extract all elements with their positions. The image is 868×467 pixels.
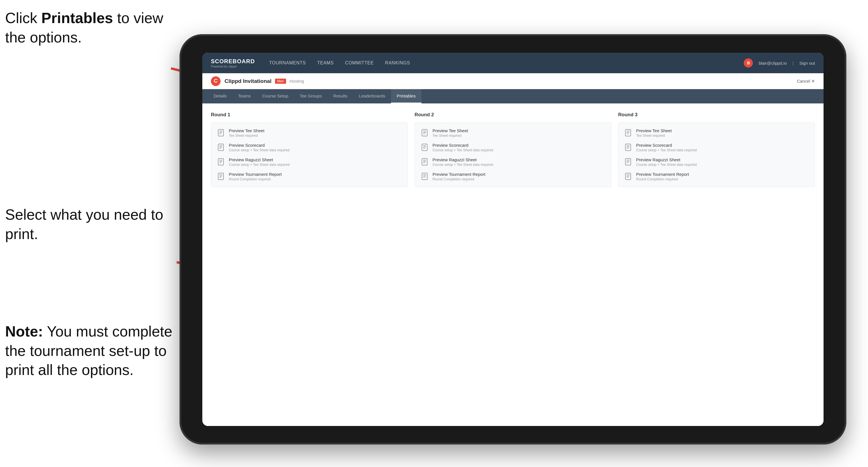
round-2-scorecard-sub: Course setup + Tee Sheet data required — [433, 148, 493, 152]
r3-raguzzi-icon — [624, 158, 632, 166]
svg-rect-17 — [422, 129, 427, 136]
svg-rect-1 — [218, 129, 224, 136]
svg-rect-25 — [422, 158, 427, 165]
round-2-card: Preview Tee Sheet Tee Sheet required — [414, 122, 612, 187]
round-2-report-title: Preview Tournament Report — [433, 172, 486, 177]
round-3-section: Round 3 Preview Tee Sheet Tee — [618, 112, 815, 187]
annotation-top: Click Printables to view the options. — [5, 8, 170, 47]
nav-teams[interactable]: TEAMS — [317, 59, 334, 67]
r2-raguzzi-icon — [421, 158, 429, 166]
tab-leaderboards[interactable]: Leaderboards — [353, 89, 391, 103]
round-2-tee-sheet[interactable]: Preview Tee Sheet Tee Sheet required — [421, 128, 606, 137]
tablet-screen: SCOREBOARD Powered by clippd TOURNAMENTS… — [202, 53, 824, 426]
round-3-card: Preview Tee Sheet Tee Sheet required — [618, 122, 815, 187]
round-1-scorecard-title: Preview Scorecard — [229, 143, 289, 148]
round-3-raguzzi-title: Preview Raguzzi Sheet — [636, 157, 697, 162]
svg-rect-5 — [218, 144, 224, 150]
tee-sheet-icon — [217, 129, 225, 137]
round-1-report-sub: Round Completion required — [229, 177, 282, 181]
svg-rect-29 — [422, 173, 427, 180]
round-2-scorecard-title: Preview Scorecard — [433, 143, 493, 148]
r3-scorecard-icon — [624, 143, 632, 151]
round-3-tee-sheet-sub: Tee Sheet required — [636, 134, 672, 137]
round-2-tee-sheet-sub: Tee Sheet required — [433, 134, 468, 137]
sub-header: C Clippd Invitational Men Hosting Cancel… — [202, 73, 824, 89]
round-3-report[interactable]: Preview Tournament Report Round Completi… — [624, 172, 809, 181]
round-2-raguzzi-sub: Course setup + Tee Sheet data required — [433, 163, 493, 167]
round-2-report-sub: Round Completion required — [433, 177, 486, 181]
tournament-status: Hosting — [289, 79, 304, 84]
nav-separator: | — [793, 61, 794, 65]
round-3-raguzzi-sub: Course setup + Tee Sheet data required — [636, 163, 697, 167]
tab-tee-groups[interactable]: Tee Groups — [294, 89, 328, 103]
tab-course-setup[interactable]: Course Setup — [256, 89, 294, 103]
round-3-tee-sheet-title: Preview Tee Sheet — [636, 128, 672, 133]
r2-tee-sheet-icon — [421, 129, 429, 137]
round-3-scorecard-title: Preview Scorecard — [636, 143, 697, 148]
round-3-tee-sheet[interactable]: Preview Tee Sheet Tee Sheet required — [624, 128, 809, 137]
r2-report-icon — [421, 173, 429, 180]
round-2-tee-sheet-title: Preview Tee Sheet — [433, 128, 468, 133]
logo-title: SCOREBOARD — [211, 58, 255, 65]
scoreboard-logo: SCOREBOARD Powered by clippd — [211, 58, 255, 68]
annotation-bot: Note: You must complete the tournament s… — [5, 322, 187, 380]
round-2-raguzzi-title: Preview Raguzzi Sheet — [433, 157, 493, 162]
tab-teams[interactable]: Teams — [232, 89, 256, 103]
rounds-grid: Round 1 Preview Tee Sheet Tee — [211, 112, 815, 187]
tournament-badge: Men — [275, 79, 286, 84]
round-1-raguzzi[interactable]: Preview Raguzzi Sheet Course setup + Tee… — [217, 157, 402, 167]
round-3-report-title: Preview Tournament Report — [636, 172, 689, 177]
round-1-tee-sheet-sub: Tee Sheet required — [229, 134, 265, 137]
round-3-raguzzi[interactable]: Preview Raguzzi Sheet Course setup + Tee… — [624, 157, 809, 167]
raguzzi-icon — [217, 158, 225, 166]
svg-rect-37 — [625, 144, 631, 150]
annotation-bold-printables: Printables — [41, 10, 113, 26]
svg-rect-33 — [625, 129, 631, 136]
round-2-scorecard[interactable]: Preview Scorecard Course setup + Tee She… — [421, 143, 606, 152]
svg-rect-13 — [218, 173, 224, 180]
round-1-report[interactable]: Preview Tournament Report Round Completi… — [217, 172, 402, 181]
round-2-title: Round 2 — [414, 112, 612, 118]
r3-tee-sheet-icon — [624, 129, 632, 137]
nav-committee[interactable]: COMMITTEE — [345, 59, 374, 67]
round-3-scorecard-sub: Course setup + Tee Sheet data required — [636, 148, 697, 152]
top-nav: SCOREBOARD Powered by clippd TOURNAMENTS… — [202, 53, 824, 73]
round-2-report[interactable]: Preview Tournament Report Round Completi… — [421, 172, 606, 181]
round-1-scorecard[interactable]: Preview Scorecard Course setup + Tee She… — [217, 143, 402, 152]
tournament-name: Clippd Invitational — [224, 78, 272, 84]
round-3-scorecard[interactable]: Preview Scorecard Course setup + Tee She… — [624, 143, 809, 152]
tab-details[interactable]: Details — [208, 89, 232, 103]
round-1-section: Round 1 Preview Tee Sheet Tee — [211, 112, 408, 187]
cancel-button[interactable]: Cancel ✕ — [797, 79, 815, 84]
logo-sub: Powered by clippd — [211, 65, 255, 68]
annotation-mid: Select what you need to print. — [5, 205, 170, 244]
round-1-card: Preview Tee Sheet Tee Sheet required — [211, 122, 408, 187]
round-1-raguzzi-sub: Course setup + Tee Sheet data required — [229, 163, 289, 167]
tab-printables[interactable]: Printables — [391, 89, 422, 103]
round-1-tee-sheet[interactable]: Preview Tee Sheet Tee Sheet required — [217, 128, 402, 137]
nav-tournaments[interactable]: TOURNAMENTS — [269, 59, 306, 67]
main-content: Round 1 Preview Tee Sheet Tee — [202, 103, 824, 426]
tournament-logo: C — [211, 76, 221, 86]
round-2-raguzzi[interactable]: Preview Raguzzi Sheet Course setup + Tee… — [421, 157, 606, 167]
round-1-report-title: Preview Tournament Report — [229, 172, 282, 177]
svg-rect-21 — [422, 144, 427, 150]
round-2-section: Round 2 Preview Tee Sheet Tee — [414, 112, 612, 187]
round-1-raguzzi-title: Preview Raguzzi Sheet — [229, 157, 289, 162]
r3-report-icon — [624, 173, 632, 180]
tab-results[interactable]: Results — [328, 89, 353, 103]
r2-scorecard-icon — [421, 143, 429, 151]
tab-bar: Details Teams Course Setup Tee Groups Re… — [202, 89, 824, 103]
report-icon — [217, 173, 225, 180]
tablet-frame: SCOREBOARD Powered by clippd TOURNAMENTS… — [180, 34, 846, 444]
nav-rankings[interactable]: RANKINGS — [385, 59, 410, 67]
scorecard-icon — [217, 143, 225, 151]
user-email: blair@clippd.io — [758, 61, 787, 65]
top-nav-right: B blair@clippd.io | Sign out — [744, 58, 815, 67]
svg-rect-9 — [218, 158, 224, 165]
round-1-scorecard-sub: Course setup + Tee Sheet data required — [229, 148, 289, 152]
svg-rect-45 — [625, 173, 631, 180]
user-avatar: B — [744, 58, 753, 67]
svg-rect-41 — [625, 158, 631, 165]
sign-out-link[interactable]: Sign out — [799, 61, 815, 65]
